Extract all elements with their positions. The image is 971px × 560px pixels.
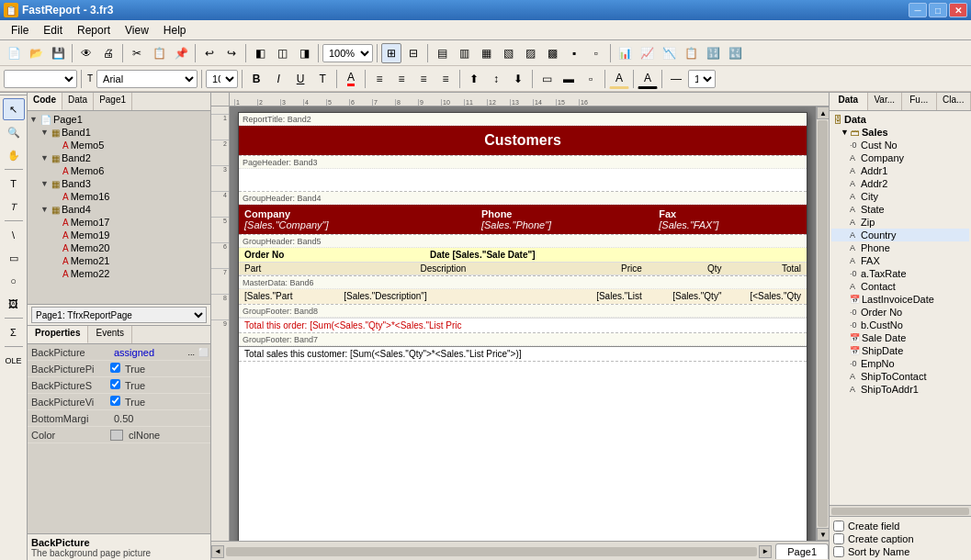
- copy-button[interactable]: 📋: [149, 43, 169, 63]
- page-tab-page1[interactable]: Page1: [775, 543, 829, 559]
- insert-band[interactable]: ▤: [432, 43, 452, 63]
- prop-check-s[interactable]: [110, 379, 120, 389]
- tool3[interactable]: ▦: [476, 43, 496, 63]
- sort-by-name-row[interactable]: Sort by Name: [833, 545, 967, 558]
- field-city[interactable]: A City: [831, 190, 969, 203]
- close-button[interactable]: ✕: [949, 3, 967, 17]
- strikethrough-button[interactable]: T: [312, 69, 333, 89]
- field-empno[interactable]: ·0 EmpNo: [831, 357, 969, 370]
- tab-cla[interactable]: Cla...: [937, 93, 972, 110]
- tool-b[interactable]: 𝘛: [3, 196, 25, 218]
- sigma-tool[interactable]: Σ: [3, 321, 25, 343]
- data-sales-node[interactable]: ▼ 🗃 Sales: [831, 126, 969, 139]
- tab-var[interactable]: Var...: [868, 93, 903, 110]
- create-field-checkbox[interactable]: [833, 521, 844, 532]
- ellipse-tool[interactable]: ○: [3, 270, 25, 292]
- paste-button[interactable]: 📌: [171, 43, 191, 63]
- tree-memo6[interactable]: A Memo6: [29, 164, 209, 177]
- cut-button[interactable]: ✂: [127, 43, 147, 63]
- field-shiptocontact[interactable]: A ShipToContact: [831, 370, 969, 383]
- insert-col[interactable]: ▥: [454, 43, 474, 63]
- hscroll-thumb[interactable]: [226, 547, 757, 556]
- tree-memo20[interactable]: A Memo20: [29, 241, 209, 254]
- picture-tool[interactable]: 🖼: [3, 293, 25, 315]
- tool5[interactable]: ▨: [520, 43, 540, 63]
- font-select[interactable]: Arial: [96, 70, 198, 88]
- create-caption-row[interactable]: Create caption: [833, 532, 967, 545]
- sort-by-name-checkbox[interactable]: [833, 546, 844, 557]
- field-custno[interactable]: ·0 Cust No: [831, 139, 969, 151]
- line-tool[interactable]: \: [3, 224, 25, 246]
- tree-memo19[interactable]: A Memo19: [29, 229, 209, 241]
- scrollbar-vertical[interactable]: ▲ ▼: [816, 106, 829, 541]
- chart1[interactable]: 📊: [615, 43, 635, 63]
- tree-band1[interactable]: ▼ ▦ Band1: [29, 126, 209, 139]
- field-zip[interactable]: A Zip: [831, 216, 969, 229]
- field-orderno[interactable]: ·0 Order No: [831, 306, 969, 319]
- size-select[interactable]: 10: [206, 70, 238, 88]
- prop-check-pi[interactable]: [110, 363, 120, 373]
- field-bcustno[interactable]: ·0 b.CustNo: [831, 319, 969, 331]
- menu-edit[interactable]: Edit: [36, 22, 70, 39]
- align-right-obj[interactable]: ◨: [294, 43, 314, 63]
- chart3[interactable]: 📉: [659, 43, 679, 63]
- align-text-right[interactable]: ≡: [413, 69, 434, 89]
- tab-properties[interactable]: Properties: [28, 326, 88, 343]
- save-button[interactable]: 💾: [48, 43, 68, 63]
- valign-mid[interactable]: ↕: [486, 69, 506, 89]
- menu-report[interactable]: Report: [70, 22, 118, 39]
- tree-memo21[interactable]: A Memo21: [29, 254, 209, 267]
- align-text-center[interactable]: ≡: [391, 69, 412, 89]
- underline-button[interactable]: U: [290, 69, 310, 89]
- prop-backpicturevi[interactable]: BackPictureVi True: [28, 394, 210, 410]
- preview-button[interactable]: 👁: [76, 43, 96, 63]
- create-field-row[interactable]: Create field: [833, 520, 967, 532]
- redo-button[interactable]: ↪: [221, 43, 242, 63]
- zoom-tool[interactable]: 🔍: [3, 121, 25, 143]
- field-shipdate[interactable]: 📅 ShipDate: [831, 344, 969, 357]
- open-button[interactable]: 📂: [26, 43, 46, 63]
- text-tool[interactable]: T: [3, 173, 25, 195]
- scroll-thumb[interactable]: [818, 120, 828, 527]
- create-caption-checkbox[interactable]: [833, 533, 844, 544]
- tool6[interactable]: ▩: [542, 43, 562, 63]
- tree-memo17[interactable]: A Memo17: [29, 216, 209, 229]
- line-width[interactable]: —: [666, 69, 686, 89]
- window-controls[interactable]: ─ □ ✕: [909, 3, 967, 17]
- field-addr1[interactable]: A Addr1: [831, 164, 969, 177]
- field-state[interactable]: A State: [831, 203, 969, 216]
- field-taxrate[interactable]: ·0 a.TaxRate: [831, 267, 969, 280]
- tab-events[interactable]: Events: [88, 326, 132, 343]
- scroll-left-button[interactable]: ◄: [211, 545, 224, 558]
- tool4[interactable]: ▧: [498, 43, 518, 63]
- tree-band4[interactable]: ▼ ▦ Band4: [29, 203, 209, 216]
- snap-button[interactable]: ⊟: [403, 43, 423, 63]
- tree-memo16[interactable]: A Memo16: [29, 190, 209, 203]
- minimize-button[interactable]: ─: [909, 3, 927, 17]
- prop-backpicture[interactable]: BackPicture assigned ... ⬜: [28, 344, 210, 361]
- align-center-obj[interactable]: ◫: [272, 43, 292, 63]
- prop-check-vi[interactable]: [110, 396, 120, 406]
- tab-data[interactable]: Data: [62, 93, 94, 110]
- page-combo[interactable]: Page1: TfrxReportPage: [31, 307, 207, 323]
- data-root[interactable]: 🗄 Data: [831, 113, 969, 126]
- tool7[interactable]: ▪: [564, 43, 584, 63]
- scroll-right-button[interactable]: ►: [759, 545, 772, 558]
- tree-page1[interactable]: ▼ 📄 Page1: [29, 113, 209, 126]
- tool8[interactable]: ▫: [586, 43, 606, 63]
- field-saledate[interactable]: 📅 Sale Date: [831, 331, 969, 344]
- field-phone[interactable]: A Phone: [831, 241, 969, 254]
- align-text-left[interactable]: ≡: [369, 69, 390, 89]
- field-company[interactable]: A Company: [831, 151, 969, 164]
- prop-backpictures[interactable]: BackPictureS True: [28, 377, 210, 394]
- chart2[interactable]: 📈: [637, 43, 657, 63]
- field-addr2[interactable]: A Addr2: [831, 177, 969, 190]
- highlight-button[interactable]: A: [341, 69, 361, 89]
- menu-help[interactable]: Help: [156, 22, 194, 39]
- tab-fu[interactable]: Fu...: [902, 93, 937, 110]
- menu-file[interactable]: File: [4, 22, 36, 39]
- grid-button[interactable]: ⊞: [381, 43, 401, 63]
- tree-memo5[interactable]: A Memo5: [29, 139, 209, 151]
- undo-button[interactable]: ↩: [199, 43, 220, 63]
- chart5[interactable]: 🔢: [703, 43, 723, 63]
